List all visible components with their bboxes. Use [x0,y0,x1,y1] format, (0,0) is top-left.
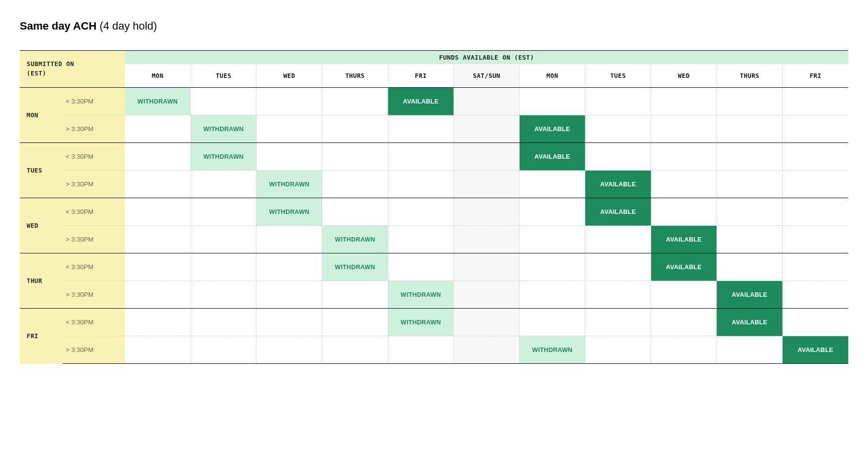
table-cell: WITHDRAWN [322,253,388,281]
table-cell [783,309,848,336]
table-cell: WITHDRAWN [125,88,190,115]
table-cell [783,226,848,253]
table-cell: AVAILABLE [651,253,717,281]
table-cell [585,226,651,253]
table-cell [125,115,190,143]
dow-header: TUES [190,64,256,88]
table-cell [585,281,651,309]
table-cell [783,143,848,171]
table-cell [717,88,782,115]
row-time-header: > 3:30PM [63,281,125,309]
table-cell: AVAILABLE [520,115,585,143]
title-light: (4 day hold) [100,20,157,32]
table-cell [717,336,782,364]
table-cell: WITHDRAWN [322,226,388,253]
table-cell [388,171,453,198]
table-cell [190,198,256,226]
table-cell: WITHDRAWN [257,198,322,226]
table-cell: WITHDRAWN [190,143,256,171]
table-cell [783,281,848,309]
table-cell [125,171,190,198]
table-cell: AVAILABLE [717,281,782,309]
table-cell [190,336,256,364]
table-cell [190,281,256,309]
table-cell [125,143,190,171]
table-cell [520,253,585,281]
table-cell [717,115,782,143]
table-cell [520,309,585,336]
table-cell [585,336,651,364]
table-cell [453,253,519,281]
table-cell [257,281,322,309]
dow-header: TUES [585,64,651,88]
table-cell [322,115,388,143]
table-cell [453,226,519,253]
table-cell: AVAILABLE [651,226,717,253]
submitted-on-l1: SUBMITTED ON [27,60,74,68]
table-cell [453,281,519,309]
table-row: TUES< 3:30PMWITHDRAWNAVAILABLE [20,143,848,171]
row-day-header: THUR [20,253,63,309]
table-cell: AVAILABLE [783,336,848,364]
title-bold: Same day ACH [20,20,97,32]
row-time-header: > 3:30PM [63,171,125,198]
row-time-header: > 3:30PM [63,336,125,364]
table-row: WED< 3:30PMWITHDRAWNAVAILABLE [20,198,848,226]
row-time-header: < 3:30PM [63,143,125,171]
dow-header: SAT/SUN [453,64,519,88]
table-cell [322,88,388,115]
table-cell [651,281,717,309]
table-cell [651,115,717,143]
table-row: > 3:30PMWITHDRAWNAVAILABLE [20,171,848,198]
table-cell [190,226,256,253]
table-cell [322,143,388,171]
table-cell: WITHDRAWN [190,115,256,143]
dow-header: FRI [783,64,848,88]
row-day-header: FRI [20,309,63,364]
table-cell [322,281,388,309]
table-cell [651,336,717,364]
dow-header: WED [651,64,717,88]
table-cell [388,198,453,226]
table-cell [651,171,717,198]
table-cell [520,171,585,198]
table-row: > 3:30PMWITHDRAWNAVAILABLE [20,115,848,143]
table-cell [125,309,190,336]
table-cell [717,253,782,281]
table-cell [190,309,256,336]
table-cell: WITHDRAWN [257,171,322,198]
table-cell [322,171,388,198]
table-cell [257,143,322,171]
row-day-header: MON [20,88,63,143]
table-cell [651,143,717,171]
table-cell [322,309,388,336]
row-day-header: WED [20,198,63,253]
table-row: > 3:30PMWITHDRAWNAVAILABLE [20,281,848,309]
table-cell: WITHDRAWN [388,309,453,336]
row-time-header: < 3:30PM [63,88,125,115]
row-time-header: > 3:30PM [63,115,125,143]
table-row: > 3:30PMWITHDRAWNAVAILABLE [20,336,848,364]
table-cell [388,336,453,364]
table-cell [585,88,651,115]
table-cell [453,198,519,226]
funds-available-header: FUNDS AVAILABLE ON (EST) [125,51,848,65]
row-time-header: < 3:30PM [63,309,125,336]
table-cell: WITHDRAWN [388,281,453,309]
table-cell [585,115,651,143]
table-cell [783,198,848,226]
table-cell [585,309,651,336]
row-day-header: TUES [20,143,63,198]
dow-header: WED [257,64,322,88]
table-cell [783,115,848,143]
table-cell [257,226,322,253]
table-row: THUR< 3:30PMWITHDRAWNAVAILABLE [20,253,848,281]
table-cell [125,281,190,309]
row-time-header: > 3:30PM [63,226,125,253]
table-cell [388,115,453,143]
table-cell [651,309,717,336]
table-cell [520,226,585,253]
table-cell [388,143,453,171]
table-cell [717,171,782,198]
table-cell [585,143,651,171]
